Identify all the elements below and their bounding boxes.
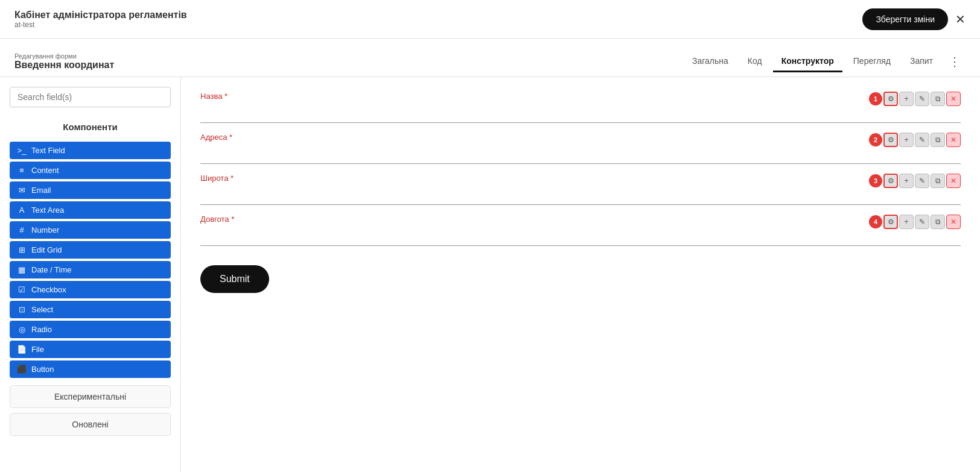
text-field-label: Text Field [31, 146, 65, 155]
tabs-nav: Загальна Код Конструктор Перегляд Запит … [684, 51, 966, 72]
component-file[interactable]: 📄 File [10, 341, 171, 358]
field-2-delete-button[interactable]: ✕ [946, 133, 961, 147]
component-date-time[interactable]: ▦ Date / Time [10, 261, 171, 278]
text-area-label: Text Area [31, 206, 64, 215]
close-button[interactable]: ✕ [955, 13, 966, 25]
field-2-badge: 2 [869, 133, 882, 146]
field-4-delete-button[interactable]: ✕ [946, 215, 961, 229]
field-nazva-label: Назва * [200, 92, 961, 101]
tab-kod[interactable]: Код [739, 51, 771, 72]
field-2-actions: 2 ⚙ + ✎ ⧉ ✕ [869, 133, 961, 147]
field-3-edit-button[interactable]: ✎ [915, 174, 929, 188]
field-3-badge: 3 [869, 174, 882, 187]
app-header: Кабінет адміністратора регламентів at-te… [0, 0, 980, 39]
field-3-delete-button[interactable]: ✕ [946, 174, 961, 188]
text-field-icon: >_ [17, 146, 27, 155]
tab-zapyt[interactable]: Запит [902, 51, 941, 72]
tab-zagalna[interactable]: Загальна [684, 51, 737, 72]
page-title: Введення координат [14, 60, 114, 71]
email-label: Email [31, 186, 51, 195]
component-list: >_ Text Field ≡ Content ✉ Email A Text A… [10, 142, 171, 378]
content-icon: ≡ [17, 166, 27, 175]
component-number[interactable]: # Number [10, 221, 171, 239]
field-1-edit-button[interactable]: ✎ [915, 92, 929, 106]
file-icon: 📄 [17, 345, 27, 354]
component-email[interactable]: ✉ Email [10, 181, 171, 199]
field-2-copy-button[interactable]: ⧉ [931, 133, 945, 147]
select-label: Select [31, 305, 53, 314]
submit-button[interactable]: Submit [200, 265, 269, 293]
component-checkbox[interactable]: ☑ Checkbox [10, 281, 171, 298]
field-adresa-label: Адреса * [200, 133, 961, 142]
checkbox-icon: ☑ [17, 285, 27, 294]
main-layout: Компоненти >_ Text Field ≡ Content ✉ Ema… [0, 77, 980, 472]
edit-grid-icon: ⊞ [17, 245, 27, 254]
field-4-badge: 4 [869, 215, 882, 228]
field-dovhota: 4 ⚙ + ✎ ⧉ ✕ Довгота * [200, 215, 961, 246]
app-title: Кабінет адміністратора регламентів [14, 10, 187, 20]
field-3-add-button[interactable]: + [899, 174, 914, 188]
app-header-actions: Зберегти зміни ✕ [862, 8, 966, 30]
field-4-add-button[interactable]: + [899, 215, 914, 229]
button-icon: ⬛ [17, 365, 27, 374]
app-header-title: Кабінет адміністратора регламентів at-te… [14, 10, 187, 29]
field-nazva: 1 ⚙ + ✎ ⧉ ✕ Назва * [200, 92, 961, 123]
field-3-settings-button[interactable]: ⚙ [883, 174, 898, 188]
component-text-area[interactable]: A Text Area [10, 201, 171, 219]
field-3-copy-button[interactable]: ⧉ [931, 174, 945, 188]
component-edit-grid[interactable]: ⊞ Edit Grid [10, 241, 171, 259]
field-4-copy-button[interactable]: ⧉ [931, 215, 945, 229]
email-icon: ✉ [17, 186, 27, 195]
tab-perehliad[interactable]: Перегляд [845, 51, 899, 72]
save-button[interactable]: Зберегти зміни [862, 8, 948, 30]
date-time-icon: ▦ [17, 265, 27, 274]
field-2-edit-button[interactable]: ✎ [915, 133, 929, 147]
updated-header[interactable]: Оновлені [10, 414, 170, 435]
select-icon: ⊡ [17, 305, 27, 314]
radio-label: Radio [31, 325, 52, 334]
experimental-header[interactable]: Експериментальні [10, 386, 170, 407]
field-shyrota-input[interactable] [200, 185, 961, 200]
field-adresa: 2 ⚙ + ✎ ⧉ ✕ Адреса * [200, 133, 961, 164]
field-1-delete-button[interactable]: ✕ [946, 92, 961, 106]
file-label: File [31, 345, 44, 354]
checkbox-label: Checkbox [31, 285, 66, 294]
field-3-actions: 3 ⚙ + ✎ ⧉ ✕ [869, 174, 961, 188]
component-text-field[interactable]: >_ Text Field [10, 142, 171, 159]
component-select[interactable]: ⊡ Select [10, 301, 171, 318]
breadcrumb: Редагування форми [14, 52, 114, 60]
field-1-add-button[interactable]: + [899, 92, 914, 106]
sidebar: Компоненти >_ Text Field ≡ Content ✉ Ema… [0, 77, 181, 472]
field-1-copy-button[interactable]: ⧉ [931, 92, 945, 106]
field-1-settings-button[interactable]: ⚙ [883, 92, 898, 106]
experimental-section: Експериментальні [10, 385, 171, 408]
button-label: Button [31, 365, 54, 374]
sub-header-left: Редагування форми Введення координат [14, 52, 114, 71]
updated-section: Оновлені [10, 413, 171, 436]
field-1-actions: 1 ⚙ + ✎ ⧉ ✕ [869, 92, 961, 106]
more-options-button[interactable]: ⋮ [944, 52, 966, 71]
field-4-settings-button[interactable]: ⚙ [883, 215, 898, 229]
content-label: Content [31, 166, 59, 175]
field-4-actions: 4 ⚙ + ✎ ⧉ ✕ [869, 215, 961, 229]
components-title: Компоненти [10, 117, 171, 137]
edit-grid-label: Edit Grid [31, 245, 62, 254]
tab-konstruktor[interactable]: Конструктор [773, 51, 842, 72]
field-shyrota: 3 ⚙ + ✎ ⧉ ✕ Широта * [200, 174, 961, 205]
search-input[interactable] [10, 87, 171, 107]
date-time-label: Date / Time [31, 265, 71, 274]
field-nazva-input[interactable] [200, 103, 961, 118]
field-2-settings-button[interactable]: ⚙ [883, 133, 898, 147]
form-area: 1 ⚙ + ✎ ⧉ ✕ Назва * 2 ⚙ + ✎ ⧉ ✕ Адреса * [181, 77, 980, 472]
radio-icon: ◎ [17, 325, 27, 334]
app-subtitle: at-test [14, 20, 187, 29]
field-dovhota-input[interactable] [200, 226, 961, 241]
field-adresa-input[interactable] [200, 144, 961, 159]
component-radio[interactable]: ◎ Radio [10, 321, 171, 338]
text-area-icon: A [17, 206, 27, 215]
field-2-add-button[interactable]: + [899, 133, 914, 147]
number-icon: # [17, 225, 27, 234]
component-button[interactable]: ⬛ Button [10, 360, 171, 378]
component-content[interactable]: ≡ Content [10, 162, 171, 179]
field-4-edit-button[interactable]: ✎ [915, 215, 929, 229]
